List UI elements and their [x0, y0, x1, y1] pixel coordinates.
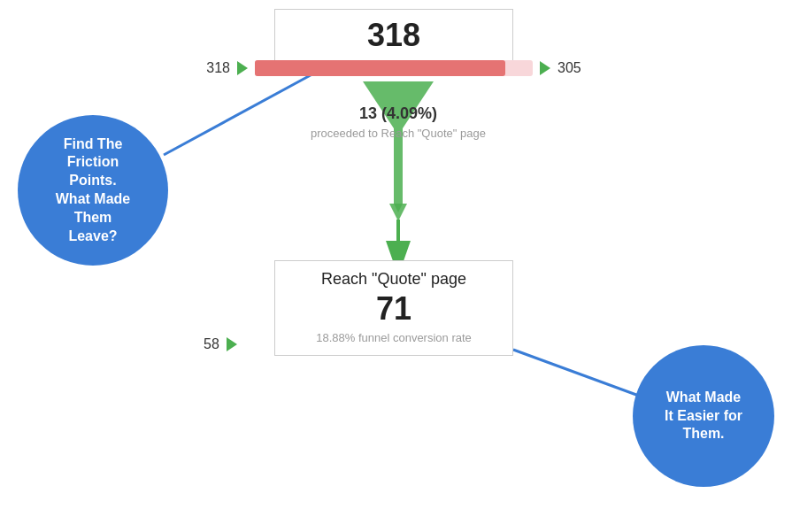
svg-line-7	[513, 350, 646, 398]
bottom-box-title: Reach "Quote" page	[286, 270, 502, 289]
funnel-info: 13 (4.09%) proceeded to Reach "Quote" pa…	[310, 104, 487, 140]
svg-line-0	[164, 71, 319, 155]
progress-right-number: 305	[557, 60, 584, 76]
top-metric-number: 318	[286, 17, 502, 54]
funnel-percent-text: 13 (4.09%)	[310, 104, 487, 123]
progress-bar-container	[255, 60, 533, 76]
right-bubble: What Made It Easier for Them.	[633, 345, 774, 487]
left-arrow-icon	[237, 61, 248, 75]
progress-bar-fill	[255, 60, 505, 76]
bottom-metric-number: 71	[286, 290, 502, 328]
left-bubble-text: Find The Friction Points. What Made Them…	[56, 135, 130, 246]
svg-marker-4	[394, 128, 403, 212]
conversion-rate-text: 18.88% funnel conversion rate	[286, 331, 502, 344]
bottom-left-number: 58	[204, 336, 219, 352]
funnel-sub-text: proceeded to Reach "Quote" page	[310, 127, 487, 140]
left-bubble: Find The Friction Points. What Made Them…	[18, 115, 168, 266]
svg-marker-5	[389, 204, 407, 221]
progress-row: 318 305	[204, 60, 584, 76]
top-metric-box: 318	[274, 9, 513, 62]
bottom-row: 58	[204, 336, 237, 352]
bottom-arrow-icon	[227, 337, 237, 351]
right-arrow-icon	[540, 61, 550, 75]
progress-left-number: 318	[204, 60, 230, 76]
bottom-metric-box: Reach "Quote" page 71 18.88% funnel conv…	[274, 260, 513, 356]
right-bubble-text: What Made It Easier for Them.	[665, 389, 742, 443]
